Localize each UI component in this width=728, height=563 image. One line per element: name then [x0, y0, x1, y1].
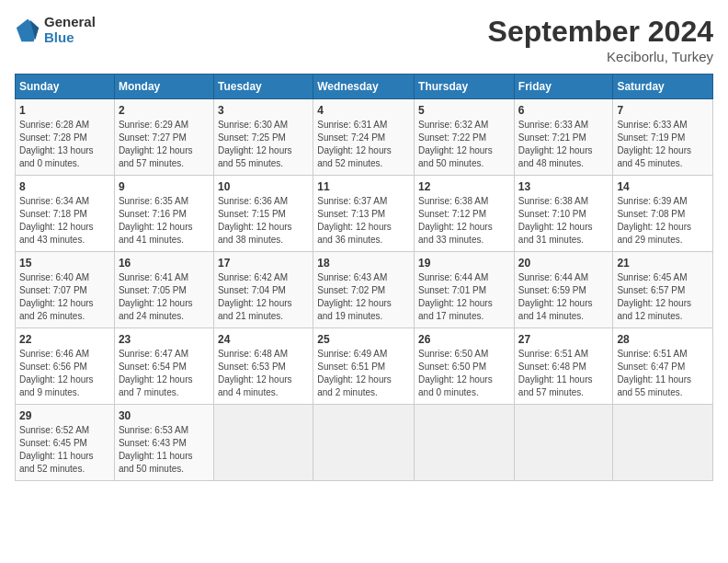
day-number: 4: [317, 104, 410, 117]
weekday-header-cell: Sunday: [16, 75, 115, 99]
day-info: Sunrise: 6:33 AM Sunset: 7:21 PM Dayligh…: [518, 119, 609, 170]
day-info: Sunrise: 6:53 AM Sunset: 6:43 PM Dayligh…: [119, 424, 210, 476]
day-number: 21: [617, 257, 709, 270]
calendar-day-cell: 12Sunrise: 6:38 AM Sunset: 7:12 PM Dayli…: [415, 176, 515, 252]
calendar-day-cell: 16Sunrise: 6:41 AM Sunset: 7:05 PM Dayli…: [114, 252, 213, 328]
calendar-day-cell: 2Sunrise: 6:29 AM Sunset: 7:27 PM Daylig…: [114, 99, 213, 176]
day-info: Sunrise: 6:46 AM Sunset: 6:56 PM Dayligh…: [19, 348, 110, 399]
calendar-day-cell: 10Sunrise: 6:36 AM Sunset: 7:15 PM Dayli…: [213, 176, 313, 252]
calendar-day-cell: 14Sunrise: 6:39 AM Sunset: 7:08 PM Dayli…: [613, 176, 713, 252]
calendar-day-cell: 28Sunrise: 6:51 AM Sunset: 6:47 PM Dayli…: [613, 328, 713, 405]
calendar-day-cell: 24Sunrise: 6:48 AM Sunset: 6:53 PM Dayli…: [213, 328, 313, 405]
weekday-header-cell: Wednesday: [313, 75, 415, 99]
calendar-day-cell: 13Sunrise: 6:38 AM Sunset: 7:10 PM Dayli…: [514, 176, 613, 252]
day-number: 14: [617, 180, 709, 193]
calendar-day-cell: [213, 405, 313, 481]
calendar-day-cell: 17Sunrise: 6:42 AM Sunset: 7:04 PM Dayli…: [213, 252, 313, 328]
day-info: Sunrise: 6:51 AM Sunset: 6:47 PM Dayligh…: [617, 348, 709, 399]
weekday-header-cell: Friday: [514, 75, 613, 99]
calendar-day-cell: 11Sunrise: 6:37 AM Sunset: 7:13 PM Dayli…: [313, 176, 415, 252]
weekday-header-cell: Tuesday: [213, 75, 313, 99]
day-number: 15: [19, 257, 110, 270]
day-info: Sunrise: 6:34 AM Sunset: 7:18 PM Dayligh…: [19, 195, 110, 247]
day-info: Sunrise: 6:32 AM Sunset: 7:22 PM Dayligh…: [418, 119, 510, 170]
calendar-day-cell: 7Sunrise: 6:33 AM Sunset: 7:19 PM Daylig…: [613, 99, 713, 176]
day-info: Sunrise: 6:37 AM Sunset: 7:13 PM Dayligh…: [317, 195, 410, 247]
calendar-week-row: 8Sunrise: 6:34 AM Sunset: 7:18 PM Daylig…: [16, 176, 713, 252]
day-number: 3: [218, 104, 309, 117]
calendar-day-cell: 9Sunrise: 6:35 AM Sunset: 7:16 PM Daylig…: [114, 176, 213, 252]
day-info: Sunrise: 6:50 AM Sunset: 6:50 PM Dayligh…: [418, 348, 510, 399]
calendar-day-cell: [613, 405, 713, 481]
calendar-day-cell: [313, 405, 415, 481]
day-info: Sunrise: 6:30 AM Sunset: 7:25 PM Dayligh…: [218, 119, 309, 170]
day-info: Sunrise: 6:35 AM Sunset: 7:16 PM Dayligh…: [119, 195, 210, 247]
day-number: 10: [218, 180, 309, 193]
day-number: 30: [119, 409, 210, 422]
day-number: 25: [317, 333, 410, 346]
weekday-header: SundayMondayTuesdayWednesdayThursdayFrid…: [16, 75, 713, 99]
logo: General Blue: [15, 15, 96, 45]
day-info: Sunrise: 6:31 AM Sunset: 7:24 PM Dayligh…: [317, 119, 410, 170]
day-number: 9: [119, 180, 210, 193]
calendar-day-cell: 27Sunrise: 6:51 AM Sunset: 6:48 PM Dayli…: [514, 328, 613, 405]
day-number: 8: [19, 180, 110, 193]
day-number: 18: [317, 257, 410, 270]
day-info: Sunrise: 6:36 AM Sunset: 7:15 PM Dayligh…: [218, 195, 309, 247]
calendar-day-cell: 5Sunrise: 6:32 AM Sunset: 7:22 PM Daylig…: [415, 99, 515, 176]
day-info: Sunrise: 6:40 AM Sunset: 7:07 PM Dayligh…: [19, 271, 110, 323]
calendar-day-cell: 21Sunrise: 6:45 AM Sunset: 6:57 PM Dayli…: [613, 252, 713, 328]
day-number: 19: [418, 257, 510, 270]
day-number: 26: [418, 333, 510, 346]
calendar-day-cell: 4Sunrise: 6:31 AM Sunset: 7:24 PM Daylig…: [313, 99, 415, 176]
day-number: 28: [617, 333, 709, 346]
day-info: Sunrise: 6:51 AM Sunset: 6:48 PM Dayligh…: [518, 348, 609, 399]
day-number: 2: [119, 104, 210, 117]
logo-text: General Blue: [44, 15, 96, 45]
day-number: 11: [317, 180, 410, 193]
day-info: Sunrise: 6:38 AM Sunset: 7:12 PM Dayligh…: [418, 195, 510, 247]
day-info: Sunrise: 6:49 AM Sunset: 6:51 PM Dayligh…: [317, 348, 410, 399]
weekday-header-cell: Monday: [114, 75, 213, 99]
calendar-day-cell: 15Sunrise: 6:40 AM Sunset: 7:07 PM Dayli…: [16, 252, 115, 328]
weekday-header-cell: Saturday: [613, 75, 713, 99]
calendar-day-cell: 1Sunrise: 6:28 AM Sunset: 7:28 PM Daylig…: [16, 99, 115, 176]
day-info: Sunrise: 6:33 AM Sunset: 7:19 PM Dayligh…: [617, 119, 709, 170]
calendar-day-cell: 3Sunrise: 6:30 AM Sunset: 7:25 PM Daylig…: [213, 99, 313, 176]
calendar-day-cell: 25Sunrise: 6:49 AM Sunset: 6:51 PM Dayli…: [313, 328, 415, 405]
calendar-day-cell: [514, 405, 613, 481]
day-info: Sunrise: 6:44 AM Sunset: 6:59 PM Dayligh…: [518, 271, 609, 323]
day-number: 16: [119, 257, 210, 270]
calendar-body: 1Sunrise: 6:28 AM Sunset: 7:28 PM Daylig…: [16, 99, 713, 481]
calendar-day-cell: 8Sunrise: 6:34 AM Sunset: 7:18 PM Daylig…: [16, 176, 115, 252]
logo-blue-text: Blue: [44, 30, 96, 46]
day-number: 17: [218, 257, 309, 270]
calendar-day-cell: 23Sunrise: 6:47 AM Sunset: 6:54 PM Dayli…: [114, 328, 213, 405]
day-info: Sunrise: 6:48 AM Sunset: 6:53 PM Dayligh…: [218, 348, 309, 399]
logo-general-text: General: [44, 15, 96, 30]
calendar-day-cell: 20Sunrise: 6:44 AM Sunset: 6:59 PM Dayli…: [514, 252, 613, 328]
day-info: Sunrise: 6:39 AM Sunset: 7:08 PM Dayligh…: [617, 195, 709, 247]
day-number: 24: [218, 333, 309, 346]
day-info: Sunrise: 6:45 AM Sunset: 6:57 PM Dayligh…: [617, 271, 709, 323]
calendar-week-row: 29Sunrise: 6:52 AM Sunset: 6:45 PM Dayli…: [16, 405, 713, 481]
day-number: 27: [518, 333, 609, 346]
calendar-week-row: 1Sunrise: 6:28 AM Sunset: 7:28 PM Daylig…: [16, 99, 713, 176]
calendar-week-row: 15Sunrise: 6:40 AM Sunset: 7:07 PM Dayli…: [16, 252, 713, 328]
day-info: Sunrise: 6:28 AM Sunset: 7:28 PM Dayligh…: [19, 119, 110, 170]
calendar-table: SundayMondayTuesdayWednesdayThursdayFrid…: [15, 74, 713, 481]
calendar-day-cell: [415, 405, 515, 481]
calendar-day-cell: 29Sunrise: 6:52 AM Sunset: 6:45 PM Dayli…: [16, 405, 115, 481]
location-title: Keciborlu, Turkey: [488, 49, 713, 64]
day-number: 29: [19, 409, 110, 422]
day-number: 6: [518, 104, 609, 117]
day-number: 1: [19, 104, 110, 117]
month-title: September 2024: [488, 15, 713, 49]
calendar-day-cell: 30Sunrise: 6:53 AM Sunset: 6:43 PM Dayli…: [114, 405, 213, 481]
logo-icon: [15, 17, 40, 43]
day-info: Sunrise: 6:52 AM Sunset: 6:45 PM Dayligh…: [19, 424, 110, 476]
calendar-day-cell: 6Sunrise: 6:33 AM Sunset: 7:21 PM Daylig…: [514, 99, 613, 176]
day-number: 5: [418, 104, 510, 117]
day-info: Sunrise: 6:42 AM Sunset: 7:04 PM Dayligh…: [218, 271, 309, 323]
day-number: 13: [518, 180, 609, 193]
